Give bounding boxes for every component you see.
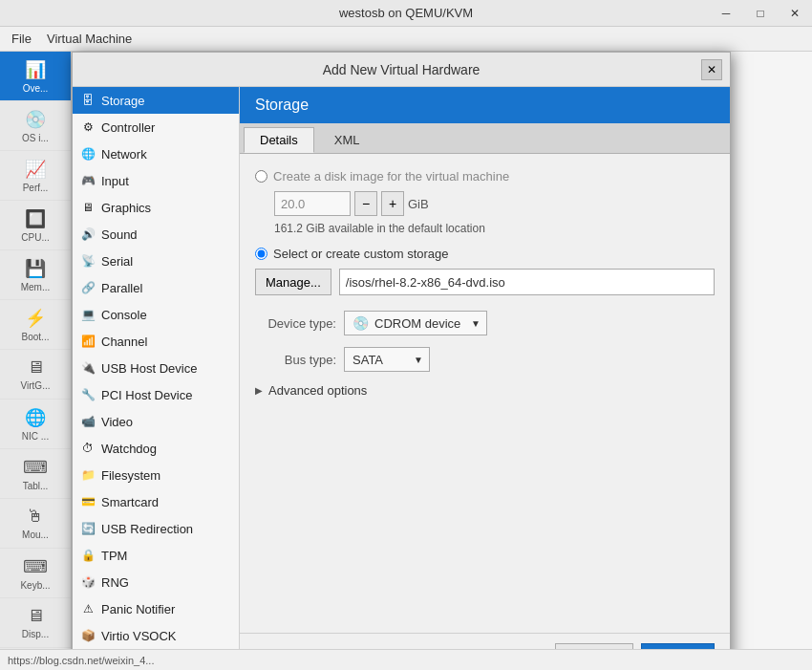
bg-sidebar-label-5: Boot... xyxy=(22,332,50,342)
content-area: Storage Details XML Create a disk image … xyxy=(240,87,730,670)
custom-storage-option: Select or create custom storage xyxy=(255,247,715,261)
disk-image-radio[interactable] xyxy=(255,170,267,183)
main-title-bar: westosb on QEMU/KVM ─ □ ✕ xyxy=(0,0,812,27)
sidebar-item-pci-host[interactable]: 🔧 PCI Host Device xyxy=(73,381,239,408)
bg-sidebar-item-2[interactable]: 📈 Perf... xyxy=(0,151,71,201)
tab-xml[interactable]: XML xyxy=(318,127,376,153)
vsock-icon: 📦 xyxy=(80,628,96,643)
perf-icon: 📈 xyxy=(25,159,46,180)
bg-sidebar-item-10[interactable]: ⌨ Keyb... xyxy=(0,549,71,598)
bg-sidebar-label-4: Mem... xyxy=(21,282,51,292)
sidebar-item-network[interactable]: 🌐 Network xyxy=(73,140,239,167)
sidebar-item-storage[interactable]: 🗄 Storage xyxy=(73,87,239,114)
storage-icon: 🗄 xyxy=(80,93,96,108)
bg-sidebar-label-10: Keyb... xyxy=(20,580,50,591)
sidebar-label-tpm: TPM xyxy=(101,549,127,563)
device-type-value: CDROM device xyxy=(374,316,460,331)
sidebar-item-video[interactable]: 📹 Video xyxy=(73,408,239,435)
sidebar-item-usb-host[interactable]: 🔌 USB Host Device xyxy=(73,355,239,381)
sidebar-label-graphics: Graphics xyxy=(101,201,151,215)
sidebar-item-rng[interactable]: 🎲 RNG xyxy=(73,569,239,595)
menu-file[interactable]: File xyxy=(4,30,39,48)
custom-storage-label: Select or create custom storage xyxy=(273,247,449,261)
bg-sidebar-item-1[interactable]: 💿 OS i... xyxy=(0,101,71,151)
disk-size-row: − + GiB xyxy=(274,191,715,216)
bg-sidebar-label-0: Ove... xyxy=(23,83,49,94)
bg-sidebar-label-8: Tabl... xyxy=(23,481,49,491)
sidebar-item-controller[interactable]: ⚙ Controller xyxy=(73,114,239,140)
bg-sidebar-item-0[interactable]: 📊 Ove... xyxy=(0,52,71,101)
tabl-icon: ⌨ xyxy=(23,457,48,478)
sidebar-item-serial[interactable]: 📡 Serial xyxy=(73,248,239,274)
sidebar-label-panic: Panic Notifier xyxy=(101,602,175,616)
sidebar-label-serial: Serial xyxy=(101,254,133,269)
storage-path-input[interactable] xyxy=(339,269,715,295)
modal-title: Add New Virtual Hardware xyxy=(323,62,481,77)
available-space-text: 161.2 GiB available in the default locat… xyxy=(274,222,715,235)
sidebar-item-usb-redir[interactable]: 🔄 USB Redirection xyxy=(73,515,239,542)
sidebar-item-input[interactable]: 🎮 Input xyxy=(73,167,239,194)
sidebar-label-network: Network xyxy=(101,147,147,162)
sidebar-label-watchdog: Watchdog xyxy=(101,442,157,456)
sidebar-item-graphics[interactable]: 🖥 Graphics xyxy=(73,194,239,221)
device-type-row: Device type: 💿 CDROM device ▼ xyxy=(255,311,715,335)
sidebar-item-tpm[interactable]: 🔒 TPM xyxy=(73,542,239,569)
maximize-button[interactable]: □ xyxy=(743,0,778,27)
sidebar-label-rng: RNG xyxy=(101,575,129,590)
bg-sidebar-item-8[interactable]: ⌨ Tabl... xyxy=(0,449,71,499)
gib-label: GiB xyxy=(408,197,429,211)
sidebar-item-filesystem[interactable]: 📁 Filesystem xyxy=(73,462,239,488)
triangle-icon: ▶ xyxy=(255,385,263,396)
bg-sidebar-item-11[interactable]: 🖥 Disp... xyxy=(0,598,71,648)
advanced-options-row[interactable]: ▶ Advanced options xyxy=(255,383,715,398)
disk-image-option: Create a disk image for the virtual mach… xyxy=(255,169,715,184)
bus-type-label: Bus type: xyxy=(255,353,336,367)
device-type-dropdown[interactable]: 💿 CDROM device ▼ xyxy=(344,311,487,335)
bg-sidebar-item-7[interactable]: 🌐 NIC ... xyxy=(0,400,71,449)
sidebar-label-usb-redir: USB Redirection xyxy=(101,522,193,536)
bus-type-dropdown[interactable]: SATA ▼ xyxy=(344,347,430,372)
bus-type-value: SATA xyxy=(353,353,383,367)
bg-sidebar-item-5[interactable]: ⚡ Boot... xyxy=(0,300,71,350)
boot-icon: ⚡ xyxy=(25,308,46,329)
disk-image-label: Create a disk image for the virtual mach… xyxy=(273,169,509,184)
menu-virtual-machine[interactable]: Virtual Machine xyxy=(39,30,139,48)
modal-close-button[interactable]: ✕ xyxy=(701,59,722,80)
input-icon: 🎮 xyxy=(80,173,96,188)
bg-sidebar-item-3[interactable]: 🔲 CPU... xyxy=(0,201,71,250)
bg-sidebar-label-1: OS i... xyxy=(22,133,49,143)
sidebar-label-sound: Sound xyxy=(101,227,138,242)
bg-sidebar-label-11: Disp... xyxy=(22,629,49,639)
sidebar-label-storage: Storage xyxy=(101,94,145,108)
sidebar-item-smartcard[interactable]: 💳 Smartcard xyxy=(73,488,239,515)
bg-sidebar-label-2: Perf... xyxy=(23,183,49,193)
panic-icon: ⚠ xyxy=(80,601,96,616)
sidebar-item-channel[interactable]: 📶 Channel xyxy=(73,328,239,355)
nic-icon: 🌐 xyxy=(25,407,46,428)
bg-sidebar-item-6[interactable]: 🖥 VirtG... xyxy=(0,350,71,400)
window-controls: ─ □ ✕ xyxy=(709,0,812,26)
custom-storage-radio[interactable] xyxy=(255,248,267,260)
disk-size-input[interactable] xyxy=(274,191,351,216)
manage-button[interactable]: Manage... xyxy=(255,269,331,295)
close-button[interactable]: ✕ xyxy=(778,0,812,27)
tab-details[interactable]: Details xyxy=(244,127,314,153)
cpu-icon: 🔲 xyxy=(25,208,46,229)
bg-sidebar-item-9[interactable]: 🖱 Mou... xyxy=(0,499,71,549)
sidebar-item-vsock[interactable]: 📦 Virtio VSOCK xyxy=(73,622,239,649)
bg-sidebar-item-4[interactable]: 💾 Mem... xyxy=(0,250,71,300)
decrease-size-button[interactable]: − xyxy=(354,191,377,216)
increase-size-button[interactable]: + xyxy=(381,191,404,216)
sidebar-label-filesystem: Filesystem xyxy=(101,468,160,483)
sidebar-item-parallel[interactable]: 🔗 Parallel xyxy=(73,274,239,301)
main-window-title: westosb on QEMU/KVM xyxy=(339,6,473,20)
sidebar-item-watchdog[interactable]: ⏱ Watchdog xyxy=(73,435,239,462)
bg-sidebar: 📊 Ove... 💿 OS i... 📈 Perf... 🔲 CPU... 💾 … xyxy=(0,52,72,670)
sidebar-item-console[interactable]: 💻 Console xyxy=(73,301,239,328)
bg-sidebar-label-3: CPU... xyxy=(21,232,49,243)
sidebar-item-panic[interactable]: ⚠ Panic Notifier xyxy=(73,595,239,622)
sidebar-item-sound[interactable]: 🔊 Sound xyxy=(73,221,239,248)
minimize-button[interactable]: ─ xyxy=(709,0,743,27)
sidebar-label-controller: Controller xyxy=(101,120,155,135)
modal-body: 🗄 Storage ⚙ Controller 🌐 Network 🎮 Input… xyxy=(73,87,730,670)
